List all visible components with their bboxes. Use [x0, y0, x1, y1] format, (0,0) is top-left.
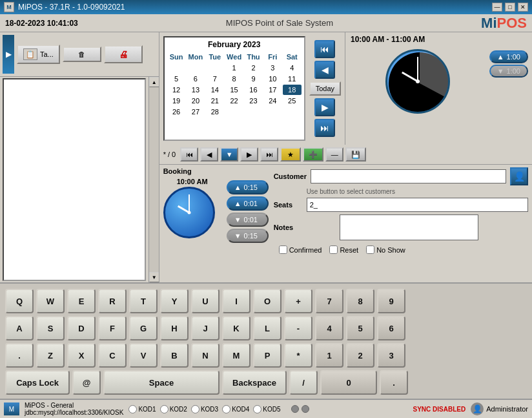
nav-remove-btn[interactable]: —	[325, 147, 343, 162]
nav-last-btn[interactable]: ⏭	[260, 147, 278, 162]
cal-today[interactable]: 18	[283, 85, 302, 95]
backspace-key[interactable]: Backspace	[222, 370, 287, 395]
cal-day[interactable]: 27	[186, 107, 205, 117]
key-zero[interactable]: 0	[320, 370, 377, 395]
expand-button[interactable]: ▶	[3, 35, 14, 74]
key-c[interactable]: C	[98, 343, 127, 368]
print-button[interactable]: 🖨	[104, 45, 143, 63]
reset-checkbox[interactable]	[329, 246, 338, 254]
noshow-checkbox[interactable]	[366, 246, 374, 254]
key-minus[interactable]: -	[284, 316, 312, 340]
cal-day[interactable]: 21	[205, 96, 224, 106]
nav-add-btn[interactable]: ➕	[303, 147, 323, 162]
cal-day[interactable]: 10	[263, 74, 282, 84]
seats-input[interactable]	[307, 198, 528, 212]
cal-next-btn[interactable]: ▶	[314, 98, 335, 116]
cal-day[interactable]: 6	[186, 74, 205, 84]
cal-day[interactable]: 16	[244, 85, 263, 95]
cal-day[interactable]: 25	[283, 96, 302, 106]
key-2[interactable]: 2	[346, 343, 374, 368]
key-k[interactable]: K	[222, 316, 251, 340]
key-slash[interactable]: /	[289, 370, 318, 395]
timer-2-btn[interactable]: ▼ 1:00	[489, 65, 528, 78]
noshow-checkbox-item[interactable]: No Show	[366, 246, 405, 254]
cal-day[interactable]: 3	[263, 63, 282, 73]
cal-day[interactable]: 13	[186, 85, 205, 95]
key-1[interactable]: 1	[315, 343, 343, 368]
key-v[interactable]: V	[129, 343, 158, 368]
radio-kod5[interactable]: KOD5	[253, 405, 280, 413]
cal-prev-btn[interactable]: ◀	[314, 61, 335, 79]
cal-day[interactable]: 4	[283, 63, 302, 73]
key-n[interactable]: N	[191, 343, 220, 368]
confirmed-checkbox-item[interactable]: Confirmed	[279, 246, 322, 254]
timer-1-btn[interactable]: ▲ 1:00	[489, 50, 528, 63]
cal-day[interactable]	[205, 63, 224, 73]
scroll-down[interactable]: ▼	[149, 272, 159, 282]
nav-prev-btn[interactable]: ◀	[200, 147, 218, 162]
key-p[interactable]: P	[253, 343, 281, 368]
key-l[interactable]: L	[253, 316, 281, 340]
maximize-button[interactable]: □	[505, 3, 515, 12]
key-6[interactable]: 6	[377, 316, 405, 340]
radio-kod2-input[interactable]	[160, 405, 169, 413]
key-plus[interactable]: +	[284, 289, 312, 313]
cal-day[interactable]: 8	[225, 74, 243, 84]
key-e[interactable]: E	[67, 289, 96, 313]
key-7[interactable]: 7	[315, 289, 343, 313]
booking-timer-4[interactable]: ▼ 0:15	[227, 229, 269, 243]
key-u[interactable]: U	[191, 289, 220, 313]
customer-select-btn[interactable]: 👤	[510, 167, 528, 185]
key-4[interactable]: 4	[315, 316, 343, 340]
key-h[interactable]: H	[160, 316, 189, 340]
key-q[interactable]: Q	[5, 289, 34, 313]
cal-day[interactable]: 20	[186, 96, 205, 106]
cal-day[interactable]: 12	[167, 85, 186, 95]
key-x[interactable]: X	[67, 343, 96, 368]
today-button[interactable]: Today	[309, 81, 341, 96]
key-j[interactable]: J	[191, 316, 220, 340]
cal-day[interactable]: 14	[205, 85, 224, 95]
confirmed-checkbox[interactable]	[279, 246, 287, 254]
key-3[interactable]: 3	[377, 343, 405, 368]
cal-first-btn[interactable]: ⏮	[314, 40, 335, 58]
cal-day[interactable]: 28	[205, 107, 224, 117]
cal-last-btn[interactable]: ⏭	[314, 119, 335, 137]
key-i[interactable]: I	[222, 289, 251, 313]
cal-day[interactable]: 19	[167, 96, 186, 106]
cal-day[interactable]: 2	[244, 63, 263, 73]
cal-day[interactable]: 22	[225, 96, 243, 106]
cal-day[interactable]: 7	[205, 74, 224, 84]
key-8[interactable]: 8	[346, 289, 374, 313]
nav-first-btn[interactable]: ⏮	[180, 147, 198, 162]
key-d[interactable]: D	[67, 316, 96, 340]
key-decimal[interactable]: .	[380, 370, 408, 395]
customer-input[interactable]	[311, 169, 506, 183]
cal-day[interactable]: 15	[225, 85, 243, 95]
delete-button[interactable]: 🗑	[63, 47, 101, 62]
key-9[interactable]: 9	[377, 289, 405, 313]
nav-next-btn[interactable]: ▶	[240, 147, 258, 162]
space-key[interactable]: Space	[103, 370, 220, 395]
cal-day[interactable]: 1	[225, 63, 243, 73]
close-button[interactable]: ✕	[518, 3, 528, 12]
radio-kod1[interactable]: KOD1	[128, 405, 156, 413]
key-a[interactable]: A	[5, 316, 34, 340]
nav-down-btn[interactable]: ▼	[220, 147, 238, 162]
key-w[interactable]: W	[36, 289, 65, 313]
radio-kod3-input[interactable]	[191, 405, 200, 413]
caps-lock-key[interactable]: Caps Lock	[5, 370, 70, 395]
key-g[interactable]: G	[129, 316, 158, 340]
cal-day[interactable]	[186, 63, 205, 73]
key-t[interactable]: T	[129, 289, 158, 313]
radio-kod1-input[interactable]	[128, 405, 137, 413]
cal-day[interactable]: 11	[283, 74, 302, 84]
cal-day[interactable]: 23	[244, 96, 263, 106]
nav-special-btn[interactable]: ★	[280, 147, 301, 162]
key-s[interactable]: S	[36, 316, 65, 340]
cal-day[interactable]: 17	[263, 85, 282, 95]
cal-day[interactable]: 26	[167, 107, 186, 117]
minimize-button[interactable]: —	[492, 3, 502, 12]
radio-kod4[interactable]: KOD4	[222, 405, 249, 413]
key-o[interactable]: O	[253, 289, 281, 313]
